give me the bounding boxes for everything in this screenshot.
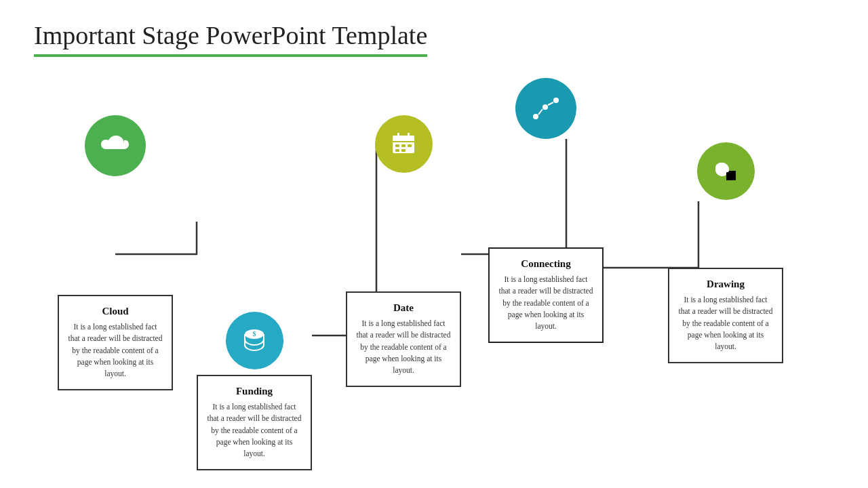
stage-drawing: Drawing It is a long established fact th… <box>668 142 783 363</box>
svg-rect-7 <box>395 144 399 147</box>
svg-point-14 <box>553 98 559 103</box>
content-area: Cloud It is a long established fact that… <box>0 78 868 488</box>
svg-rect-8 <box>401 144 406 147</box>
svg-point-12 <box>533 114 538 119</box>
title-section: Important Stage PowerPoint Template <box>34 20 834 57</box>
svg-rect-5 <box>397 133 399 138</box>
connecting-box: Connecting It is a long established fact… <box>488 247 604 343</box>
date-box: Date It is a long established fact that … <box>346 291 461 387</box>
coins-icon: $ <box>239 327 269 354</box>
chart-icon <box>530 95 561 122</box>
drawing-circle <box>697 142 755 200</box>
stage-connecting: Connecting It is a long established fact… <box>488 78 604 343</box>
date-title: Date <box>355 302 452 314</box>
connecting-title: Connecting <box>498 258 594 270</box>
funding-title: Funding <box>206 386 302 397</box>
funding-box: Funding It is a long established fact th… <box>197 375 312 470</box>
svg-rect-21 <box>726 172 734 180</box>
slide: Important Stage PowerPoint Template <box>0 0 868 488</box>
svg-rect-11 <box>401 149 406 152</box>
svg-rect-3 <box>393 136 414 142</box>
cloud-circle <box>85 115 146 176</box>
drawing-box: Drawing It is a long established fact th… <box>668 268 783 363</box>
funding-text: It is a long established fact that a rea… <box>206 401 302 460</box>
shapes-icon <box>711 157 740 186</box>
funding-circle: $ <box>226 312 283 369</box>
drawing-title: Drawing <box>677 279 774 290</box>
svg-rect-9 <box>408 144 412 147</box>
connecting-circle <box>515 78 576 139</box>
cloud-box: Cloud It is a long established fact that… <box>58 295 173 390</box>
svg-point-20 <box>715 163 726 174</box>
svg-rect-6 <box>408 133 410 138</box>
connecting-text: It is a long established fact that a rea… <box>498 274 594 332</box>
stage-cloud: Cloud It is a long established fact that… <box>58 115 173 390</box>
stage-date: Date It is a long established fact that … <box>346 115 461 387</box>
main-title: Important Stage PowerPoint Template <box>34 20 834 50</box>
date-text: It is a long established fact that a rea… <box>355 318 452 376</box>
cloud-icon <box>98 132 132 159</box>
cloud-title: Cloud <box>67 306 163 317</box>
svg-rect-10 <box>395 149 399 152</box>
svg-point-13 <box>542 104 548 110</box>
calendar-icon <box>389 130 418 159</box>
svg-line-16 <box>548 102 553 105</box>
date-circle <box>375 115 433 173</box>
svg-line-15 <box>538 109 542 115</box>
drawing-text: It is a long established fact that a rea… <box>677 294 774 352</box>
cloud-text: It is a long established fact that a rea… <box>67 321 163 380</box>
stage-funding: $ Funding It is a long established fact … <box>197 193 312 470</box>
title-underline <box>34 54 427 57</box>
svg-text:$: $ <box>253 330 256 338</box>
